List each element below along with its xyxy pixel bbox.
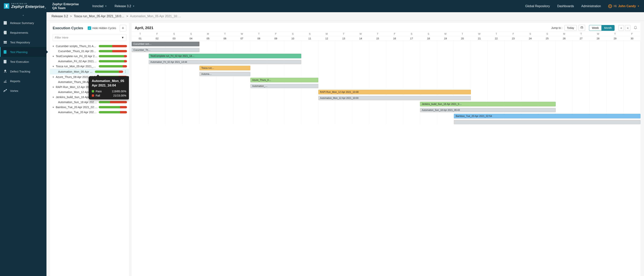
project-name: Zephyr Enterprise: [52, 2, 79, 6]
gantt-row: [132, 47, 640, 53]
sidebar-item-reports[interactable]: Reports: [0, 76, 46, 86]
caret-down-icon: ▾: [53, 55, 55, 58]
next-button[interactable]: »: [625, 25, 630, 31]
calendar-icon: [580, 26, 583, 29]
cycle-parent-row[interactable]: ▾Cucumber scripts_Thurs_01 Apr 2…: [50, 44, 129, 49]
cycle-label: Automation_Tue_20 Apr 202…: [58, 111, 98, 114]
bell-icon[interactable]: [634, 25, 638, 30]
breadcrumb-item[interactable]: Release 3.2: [52, 15, 68, 18]
hide-hidden-cycles-toggle[interactable]: ✓ Hide Hidden Cycles: [88, 26, 116, 30]
main: Release 3.2 > Tosca run_Mon_05 Apr 2021_…: [46, 12, 644, 276]
nav-global-repository[interactable]: Global Repository: [525, 5, 550, 8]
cycle-child-row[interactable]: Automation_Fri_02 Apr 2021_…: [50, 59, 129, 64]
caret-down-icon: ▾: [53, 65, 55, 68]
nav-administration[interactable]: Administration: [581, 5, 601, 8]
status-bar: [99, 65, 127, 68]
sidebar-item-test-planning[interactable]: Test Planning: [0, 47, 46, 57]
gantt-title: April, 2021: [135, 26, 153, 30]
cycle-child-row[interactable]: Automation_Mon_05 Apr 202…⋮: [50, 69, 129, 74]
sidebar-item-vortex[interactable]: Vortex: [0, 86, 46, 96]
sidebar-item-label: Release Summary: [10, 21, 34, 25]
cycle-child-row[interactable]: Automation_Tue_20 Apr 202…: [50, 110, 129, 115]
svg-rect-4: [4, 31, 6, 34]
svg-line-13: [4, 72, 5, 73]
dropdown-ironclad[interactable]: Ironclad ▼: [92, 5, 107, 8]
caret-down-icon: ▾: [53, 76, 55, 78]
status-bar: [95, 71, 123, 73]
logo-icon: [4, 3, 9, 9]
gantt-bar[interactable]: Jenkins_build_Sun_18 Apr 2021_0…: [420, 102, 556, 106]
week-view-button[interactable]: Week: [589, 25, 602, 31]
sidebar-item-test-repository[interactable]: Test Repository: [0, 37, 46, 47]
caret-down-icon: ▾: [53, 86, 55, 88]
prev-button[interactable]: «: [618, 25, 624, 31]
caret-down-icon: ▾: [53, 45, 55, 48]
status-bar: [99, 45, 127, 47]
fail-dot-icon: [92, 94, 94, 97]
user-menu[interactable]: Hi John Candy ▼: [608, 4, 639, 8]
cycle-parent-row[interactable]: ▾Bamboo_Tue_20 Apr 2021_02:54: [50, 105, 129, 110]
gantt-bar[interactable]: Automation_Mon_12 Apr 2021_10:00: [318, 96, 471, 100]
breadcrumb: Release 3.2 > Tosca run_Mon_05 Apr 2021_…: [46, 12, 644, 21]
caret-down-icon: ▼: [133, 5, 134, 7]
dropdown-release[interactable]: Release 3.2 ▼: [115, 5, 134, 8]
sidebar-item-release-summary[interactable]: Release Summary: [0, 18, 46, 28]
cycle-parent-row[interactable]: ▾Tosca run_Mon_05 Apr 2021_16:04: [50, 64, 129, 69]
sidebar-item-label: Requirements: [10, 31, 28, 34]
gantt-bar[interactable]: RAPI Run_Mon_12 Apr 2021_10:00: [318, 90, 471, 94]
top-nav: Global Repository Dashboards Administrat…: [525, 4, 644, 8]
cycle-child-row[interactable]: Automation_Sun_18 Apr 202…: [50, 100, 129, 105]
sidebar-item-defect-tracking[interactable]: Defect Tracking: [0, 67, 46, 76]
status-bar: [99, 106, 127, 108]
kebab-menu-icon[interactable]: ⋮: [124, 70, 127, 74]
logo[interactable]: SMARTBEAR Zephyr Enterprise™: [0, 3, 46, 10]
cycle-tooltip: Automation_Mon_05 Apr 2021_16:04 Pass 11…: [89, 76, 129, 99]
gantt-bar[interactable]: Automa…: [200, 72, 250, 76]
caret-down-icon: ▼: [105, 5, 107, 7]
cycle-child-row[interactable]: Cucumber_Thurs_01 Apr 202…: [50, 49, 129, 54]
gantt-row: [132, 101, 640, 107]
gantt-row: [132, 41, 640, 47]
gantt-bar[interactable]: Automation_…: [250, 84, 318, 88]
sidebar-item-test-execution[interactable]: Test Execution: [0, 57, 46, 67]
gantt-bar[interactable]: TestComplete run_Fri_02 Apr 2021_14…: [149, 54, 301, 58]
today-button[interactable]: Today: [564, 25, 576, 31]
view-toggle: Week Month: [589, 25, 614, 31]
filter-input[interactable]: Filter Here ▼: [53, 34, 126, 41]
gantt-bar[interactable]: Cucumber_Th…: [132, 48, 200, 52]
day-letter-header: TFSSMTWTFSSMTWTFSSMTWTFSSMTWTF: [132, 32, 640, 36]
add-cycle-button[interactable]: +: [120, 25, 126, 31]
gantt-bar[interactable]: Bamboo_Tue_20 Apr 2021_02:54: [454, 114, 640, 118]
sidebar-item-label: Test Planning: [10, 50, 28, 54]
month-view-button[interactable]: Month: [602, 25, 614, 31]
gantt-bar[interactable]: Azure_Thurs_0…: [250, 78, 318, 82]
project-block: Zephyr Enterprise QA Team: [52, 2, 79, 10]
cycle-label: Automation_Sun_18 Apr 202…: [58, 101, 98, 104]
jump-to-label: Jump to :: [551, 26, 562, 30]
cycle-label: Bamboo_Tue_20 Apr 2021_02:54: [56, 106, 98, 109]
context-dropdowns: Ironclad ▼ Release 3.2 ▼: [92, 5, 134, 8]
caret-down-icon: ▾: [53, 106, 55, 109]
sidebar-item-requirements[interactable]: Requirements: [0, 28, 46, 37]
calendar-button[interactable]: [578, 25, 585, 31]
brand-product: Zephyr Enterprise: [11, 5, 44, 9]
svg-point-12: [4, 70, 6, 71]
breadcrumb-item[interactable]: Tosca run_Mon_05 Apr 2021_16:0…: [74, 15, 124, 18]
status-bar: [99, 60, 127, 62]
project-team: QA Team: [52, 6, 79, 10]
gantt-bar[interactable]: Automation_Sun_18 Apr 2021_06:43: [420, 108, 556, 112]
gantt-bar[interactable]: [454, 120, 640, 124]
sidebar-collapse-button[interactable]: «: [0, 12, 46, 18]
cycle-parent-row[interactable]: ▾TestComplete run_Fri_02 Apr 202…: [50, 54, 129, 59]
sidebar: « Release SummaryRequirementsTest Reposi…: [0, 12, 46, 276]
gantt-bar[interactable]: Tosca run…: [200, 66, 250, 70]
cycle-label: Automation_Fri_02 Apr 2021_…: [58, 60, 98, 63]
gantt-row: [132, 107, 640, 113]
svg-line-14: [6, 72, 6, 73]
gantt-bar[interactable]: Automation_Fri_02 Apr 2021_14:44: [149, 60, 301, 64]
svg-rect-5: [4, 41, 7, 42]
nav-dashboards[interactable]: Dashboards: [557, 5, 574, 8]
sidebar-item-label: Test Execution: [10, 60, 29, 63]
gantt-bar[interactable]: Cucumber scri…: [132, 42, 200, 46]
filter-icon[interactable]: ▼: [121, 36, 124, 39]
